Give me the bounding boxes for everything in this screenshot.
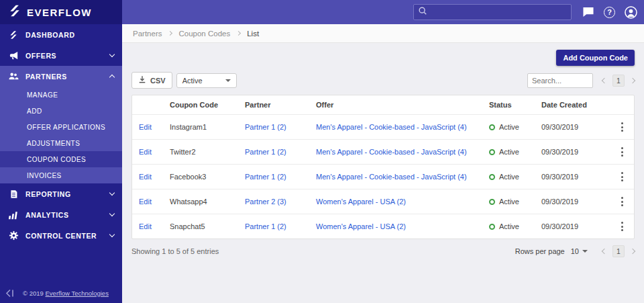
chevron-down-icon [109, 190, 115, 196]
prev-page-icon[interactable] [602, 77, 607, 83]
page-number[interactable]: 1 [612, 75, 625, 87]
offer-link[interactable]: Men's Apparel - Cookie-based - JavaScrip… [316, 123, 467, 131]
collapse-sidebar-icon[interactable] [5, 289, 15, 298]
add-coupon-code-button[interactable]: Add Coupon Code [556, 50, 635, 66]
sidebar-item-offers[interactable]: OFFERS [0, 45, 122, 66]
row-actions-menu-icon[interactable] [619, 195, 625, 208]
partner-link[interactable]: Partner 2 (3) [245, 198, 286, 206]
sidebar-item-reporting[interactable]: REPORTING [0, 183, 122, 204]
date-created-cell: 09/30/2019 [535, 167, 610, 186]
account-icon[interactable] [625, 6, 637, 19]
status-label: Active [499, 198, 519, 206]
sidebar-item-label: ANALYTICS [25, 211, 103, 219]
chevron-up-icon [109, 75, 115, 80]
row-actions-menu-icon[interactable] [619, 220, 625, 233]
status-badge: Active [489, 198, 528, 206]
date-created-cell: 09/30/2019 [535, 142, 610, 161]
offer-link[interactable]: Women's Apparel - USA (2) [316, 198, 406, 206]
sidebar-item-invoices[interactable]: INVOICES [0, 167, 122, 183]
edit-link[interactable]: Edit [139, 198, 152, 206]
chevron-down-icon [109, 232, 115, 237]
next-page-icon[interactable] [630, 249, 635, 254]
date-created-cell: 09/30/2019 [535, 217, 610, 236]
prev-page-icon[interactable] [602, 249, 607, 254]
global-search[interactable] [413, 4, 572, 20]
coupon-code-cell: Facebook3 [163, 167, 238, 186]
sidebar-item-adjustments[interactable]: ADJUSTMENTS [0, 135, 122, 151]
row-actions-menu-icon[interactable] [619, 120, 625, 134]
sidebar-item-coupon-codes[interactable]: COUPON CODES [0, 151, 122, 167]
status-active-icon [489, 199, 495, 205]
breadcrumb-list: List [247, 30, 259, 38]
status-filter-dropdown[interactable]: Active [176, 73, 237, 88]
header-bar: ? [122, 0, 644, 24]
table-row: Edit Snapchat5 Partner 1 (2) Women's App… [132, 214, 634, 239]
search-icon [418, 6, 427, 18]
edit-link[interactable]: Edit [139, 222, 152, 230]
row-actions-menu-icon[interactable] [619, 170, 625, 183]
csv-export-button[interactable]: CSV [131, 72, 172, 89]
everflow-logo-icon [8, 4, 21, 20]
copyright-prefix: © 2019 [23, 290, 45, 297]
offer-link[interactable]: Men's Apparel - Cookie-based - JavaScrip… [316, 173, 467, 181]
table-row: Edit Instagram1 Partner 1 (2) Men's Appa… [132, 115, 634, 140]
table-row: Edit Twitter2 Partner 1 (2) Men's Appare… [132, 140, 634, 165]
page-content: Add Coupon Code CSV Active 1 [122, 43, 644, 264]
brand-name: EVERFLOW [27, 7, 92, 18]
sidebar: DASHBOARD OFFERS PARTNERS MANAGE ADD OFF… [0, 24, 122, 303]
global-search-input[interactable] [431, 8, 567, 16]
chevron-right-icon [168, 31, 172, 36]
page-number[interactable]: 1 [612, 245, 625, 257]
sidebar-item-partners[interactable]: PARTNERS [0, 66, 122, 87]
table-search-input[interactable] [527, 73, 593, 88]
coupon-code-cell: Snapchat5 [163, 217, 238, 236]
sidebar-nav: DASHBOARD OFFERS PARTNERS MANAGE ADD OFF… [0, 24, 122, 246]
partner-link[interactable]: Partner 1 (2) [245, 173, 286, 181]
partner-link[interactable]: Partner 1 (2) [245, 222, 286, 230]
edit-link[interactable]: Edit [139, 173, 152, 181]
header-coupon-code: Coupon Code [163, 95, 238, 114]
status-active-icon [489, 224, 495, 230]
rows-per-page-value: 10 [571, 247, 579, 255]
sidebar-group-partners: PARTNERS MANAGE ADD OFFER APPLICATIONS A… [0, 66, 122, 183]
sidebar-item-label: PARTNERS [25, 73, 103, 81]
next-page-icon[interactable] [630, 77, 635, 83]
rows-per-page-select[interactable]: Rows per page 10 [515, 247, 588, 255]
edit-link[interactable]: Edit [139, 123, 152, 131]
brand-logo[interactable]: EVERFLOW [0, 0, 122, 24]
status-filter-value: Active [182, 77, 203, 85]
sidebar-item-control-center[interactable]: CONTROL CENTER [0, 225, 122, 246]
top-pagination: 1 [602, 75, 635, 87]
status-badge: Active [489, 173, 528, 181]
sidebar-footer: © 2019 Everflow Technologies [0, 284, 122, 303]
sidebar-item-offer-applications[interactable]: OFFER APPLICATIONS [0, 119, 122, 135]
offer-link[interactable]: Men's Apparel - Cookie-based - JavaScrip… [316, 148, 467, 156]
submenu-label: OFFER APPLICATIONS [27, 124, 105, 131]
chevron-down-icon [109, 52, 115, 57]
breadcrumb-coupon-codes[interactable]: Coupon Codes [178, 30, 230, 38]
header-icons: ? [582, 6, 637, 19]
sidebar-item-manage[interactable]: MANAGE [0, 87, 122, 103]
edit-link[interactable]: Edit [139, 148, 152, 156]
status-active-icon [489, 124, 495, 130]
dashboard-icon [8, 30, 19, 40]
coupon-code-cell: Twitter2 [163, 142, 238, 161]
breadcrumb-partners[interactable]: Partners [133, 30, 162, 38]
partners-icon [8, 71, 19, 81]
gear-icon [8, 230, 19, 241]
sidebar-item-analytics[interactable]: ANALYTICS [0, 204, 122, 225]
chat-icon[interactable] [582, 7, 594, 17]
offer-link[interactable]: Women's Apparel - USA (2) [316, 222, 406, 230]
header-date-created: Date Created [535, 95, 610, 114]
date-created-cell: 09/30/2019 [535, 118, 610, 136]
partner-link[interactable]: Partner 1 (2) [245, 123, 286, 131]
submenu-label: MANAGE [27, 91, 58, 99]
sidebar-item-dashboard[interactable]: DASHBOARD [0, 24, 122, 45]
status-badge: Active [489, 222, 528, 230]
copyright-link[interactable]: Everflow Technologies [46, 290, 109, 297]
sidebar-item-add[interactable]: ADD [0, 103, 122, 119]
status-label: Active [499, 148, 519, 156]
help-icon[interactable]: ? [604, 7, 615, 18]
partner-link[interactable]: Partner 1 (2) [245, 148, 286, 156]
row-actions-menu-icon[interactable] [619, 145, 625, 159]
